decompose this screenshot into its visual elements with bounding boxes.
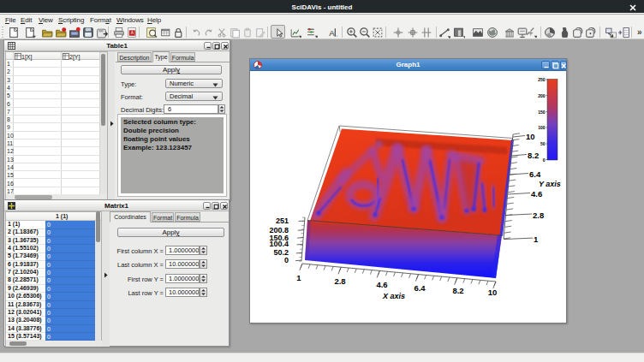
- svg-text:251: 251: [276, 217, 289, 225]
- svg-text:100.4: 100.4: [269, 240, 289, 248]
- svg-text:2.8: 2.8: [533, 211, 544, 220]
- svg-text:10: 10: [488, 288, 498, 297]
- svg-text:150: 150: [538, 110, 546, 115]
- svg-text:0: 0: [284, 256, 289, 264]
- svg-text:250: 250: [538, 77, 546, 82]
- svg-text:4.6: 4.6: [376, 280, 387, 289]
- svg-text:2.8: 2.8: [334, 276, 345, 286]
- svg-text:50: 50: [540, 141, 546, 146]
- svg-text:0: 0: [543, 157, 546, 163]
- svg-text:4.6: 4.6: [531, 189, 542, 199]
- svg-text:1: 1: [296, 273, 301, 282]
- svg-text:10: 10: [526, 132, 535, 141]
- svg-text:6.4: 6.4: [414, 283, 426, 293]
- svg-text:100: 100: [538, 125, 546, 130]
- svg-text:8.2: 8.2: [528, 151, 539, 160]
- svg-text:A: A: [329, 28, 335, 38]
- svg-text:6.4: 6.4: [529, 169, 541, 179]
- svg-text:8.2: 8.2: [452, 286, 463, 295]
- svg-text:200: 200: [538, 93, 546, 98]
- svg-text:Y axis: Y axis: [539, 180, 561, 188]
- svg-text:X axis: X axis: [382, 292, 405, 300]
- svg-text:1: 1: [534, 234, 539, 244]
